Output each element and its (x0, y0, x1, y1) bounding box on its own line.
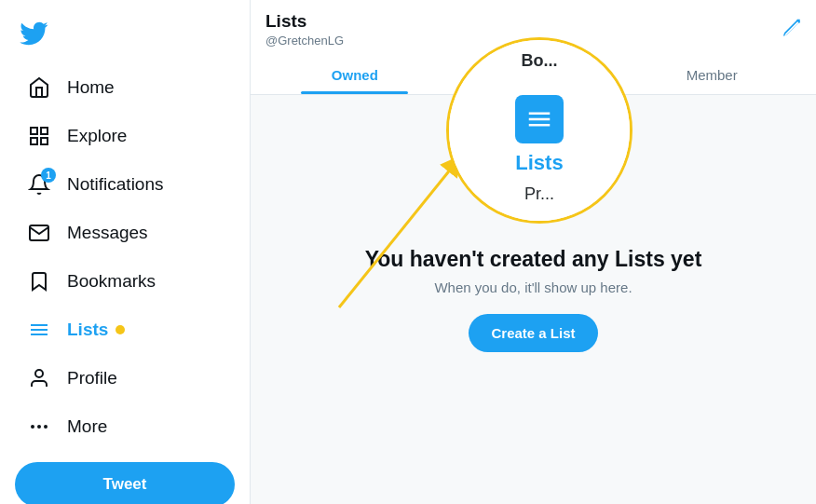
magnify-lists-icon (515, 95, 564, 143)
tab-member-label: Member (687, 67, 738, 83)
sidebar-item-explore-label: Explore (67, 126, 127, 146)
bookmarks-icon (26, 268, 52, 294)
tab-owned[interactable]: Owned (265, 56, 444, 94)
magnify-lists-label: Lists (515, 151, 563, 175)
twitter-logo[interactable] (0, 7, 250, 60)
magnify-top-text: Bo... (449, 51, 630, 71)
sidebar-item-profile[interactable]: Profile (7, 356, 242, 401)
tab-owned-label: Owned (332, 67, 378, 83)
explore-icon (26, 123, 52, 149)
tweet-button[interactable]: Tweet (15, 462, 235, 504)
create-list-icon[interactable] (782, 19, 801, 42)
sidebar-item-messages-label: Messages (67, 223, 148, 243)
main-content: Lists @GretchenLG Owned Subscribed Membe… (250, 0, 816, 504)
svg-point-4 (35, 370, 43, 377)
more-icon (26, 414, 52, 440)
svg-point-6 (45, 426, 47, 428)
notifications-icon: 1 (26, 171, 52, 198)
svg-point-5 (38, 426, 40, 428)
tab-member[interactable]: Member (622, 56, 801, 94)
page-title: Lists (265, 11, 344, 32)
empty-state-description: When you do, it'll show up here. (365, 279, 702, 295)
sidebar-item-notifications[interactable]: 1 Notifications (7, 162, 242, 207)
lists-icon (26, 317, 52, 343)
username: @GretchenLG (265, 34, 344, 48)
svg-rect-2 (41, 138, 48, 144)
sidebar-item-home-label: Home (67, 77, 115, 98)
twitter-bird-icon (19, 19, 48, 48)
magnify-bottom-text: Pr... (449, 184, 630, 204)
sidebar-item-lists[interactable]: Lists (7, 307, 242, 352)
svg-point-7 (32, 426, 34, 428)
profile-icon (26, 365, 52, 391)
sidebar-item-explore[interactable]: Explore (7, 114, 242, 158)
svg-rect-3 (31, 138, 37, 144)
magnify-content: Bo... Lists Pr... (449, 40, 630, 221)
sidebar-item-lists-label: Lists (67, 320, 108, 340)
empty-state-container: You haven't created any Lists yet When y… (365, 247, 702, 352)
magnify-circle: Bo... Lists Pr... (446, 37, 632, 224)
notification-badge: 1 (41, 168, 56, 183)
sidebar-item-messages[interactable]: Messages (7, 211, 242, 255)
create-list-button[interactable]: Create a List (469, 314, 597, 352)
sidebar-item-home[interactable]: Home (7, 65, 242, 110)
sidebar-item-more-label: More (67, 416, 107, 437)
lists-indicator-dot (116, 325, 125, 334)
svg-rect-1 (41, 128, 48, 134)
sidebar: Home Explore 1 Notifications Messages Bo… (0, 0, 250, 504)
sidebar-item-more[interactable]: More (7, 404, 242, 449)
lists-title-info: Lists @GretchenLG (265, 11, 344, 48)
home-icon (26, 75, 52, 101)
empty-state-title: You haven't created any Lists yet (365, 247, 702, 272)
messages-icon (26, 220, 52, 246)
sidebar-item-notifications-label: Notifications (67, 174, 164, 195)
sidebar-item-bookmarks-label: Bookmarks (67, 271, 156, 292)
sidebar-item-bookmarks[interactable]: Bookmarks (7, 259, 242, 304)
svg-rect-0 (31, 128, 37, 134)
sidebar-item-profile-label: Profile (67, 368, 117, 388)
